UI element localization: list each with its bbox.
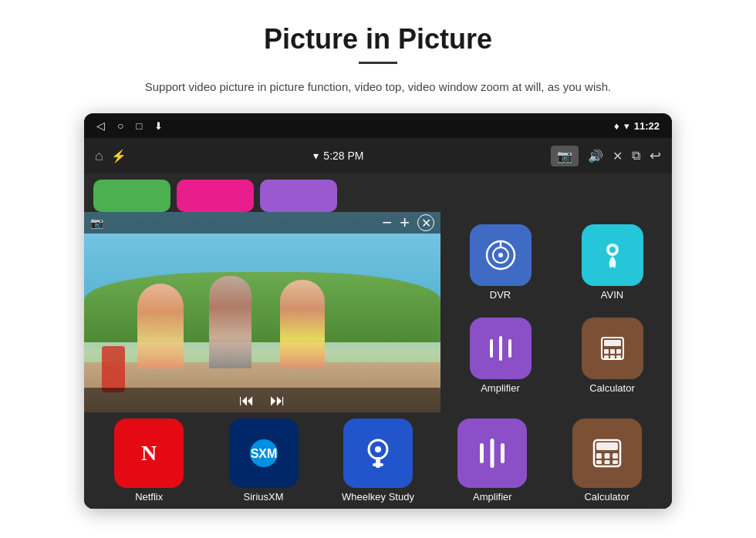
app-grid-right: DVR AVIN: [440, 212, 672, 412]
app-item-amplifier[interactable]: Amplifier: [447, 311, 554, 400]
app-item-calculator[interactable]: Calculator: [559, 311, 666, 400]
svg-rect-6: [490, 339, 493, 358]
svg-rect-32: [604, 460, 609, 464]
status-time: 11:22: [634, 120, 660, 132]
app-bar: ⌂ ⚡ ▾ 5:28 PM 📷 🔊 ✕ ⧉ ↩: [84, 138, 672, 173]
svg-rect-8: [508, 339, 511, 358]
app-bar-left: ⌂ ⚡: [95, 148, 127, 164]
svg-rect-33: [613, 460, 618, 464]
pip-close-btn[interactable]: ✕: [417, 214, 434, 231]
pip-icon[interactable]: ⧉: [632, 149, 640, 163]
svg-point-2: [498, 253, 503, 257]
bottom-siriusxm[interactable]: SXM SiriusXM: [214, 419, 314, 503]
netflix-label: Netflix: [135, 491, 163, 503]
bottom-amplifier[interactable]: Amplifier: [442, 419, 542, 503]
dvr-icon: [484, 239, 517, 271]
prev-track-btn[interactable]: ⏮: [239, 392, 255, 409]
partial-app-1: [93, 180, 170, 212]
usb-icon: ⚡: [111, 149, 127, 163]
amplifier-bottom-svg-icon: [473, 434, 511, 472]
dvr-icon-box: [470, 224, 532, 286]
svg-rect-29: [604, 453, 609, 459]
avin-label: AVIN: [601, 289, 623, 301]
siriusxm-label: SiriusXM: [244, 491, 284, 503]
avin-icon-box: [582, 224, 643, 286]
content-area: 📷 − + ✕ ⏮ ⏭: [84, 212, 672, 412]
app-bar-right: 📷 🔊 ✕ ⧉ ↩: [551, 146, 661, 166]
svg-rect-27: [596, 442, 618, 450]
svg-text:SXM: SXM: [250, 447, 277, 460]
svg-rect-11: [604, 349, 609, 354]
app-item-avin[interactable]: AVIN: [559, 218, 666, 307]
main-content: 📷 − + ✕ ⏮ ⏭: [84, 173, 672, 509]
wifi-status-icon: ▾: [624, 120, 629, 132]
calculator-icon: [596, 331, 629, 365]
home-nav-icon[interactable]: ○: [117, 119, 123, 132]
pip-camera-icon: 📷: [90, 217, 103, 229]
netflix-icon: N: [114, 419, 184, 488]
wheelkey-svg-icon: [359, 434, 397, 472]
avin-icon: [596, 239, 629, 271]
svg-point-5: [609, 247, 616, 253]
dvr-label: DVR: [490, 289, 511, 301]
pip-bottom-bar: ⏮ ⏭: [84, 388, 440, 412]
svg-rect-13: [616, 349, 621, 354]
calculator-bottom-svg-icon: [588, 434, 626, 472]
amplifier-bottom-icon: [457, 419, 527, 488]
app-bar-center: ▾ 5:28 PM: [313, 150, 363, 162]
amplifier-label: Amplifier: [481, 382, 520, 394]
amplifier-icon: [484, 331, 518, 365]
pip-video-container: 📷 − + ✕ ⏮ ⏭: [84, 212, 440, 412]
bottom-app-row: N Netflix SXM SiriusXM: [84, 412, 672, 509]
svg-rect-16: [616, 355, 621, 358]
svg-rect-12: [610, 349, 615, 354]
svg-rect-22: [373, 463, 383, 466]
pip-controls[interactable]: − + ✕: [382, 214, 434, 231]
svg-rect-7: [499, 336, 502, 361]
back-nav-icon[interactable]: ◁: [96, 119, 105, 132]
bottom-netflix[interactable]: N Netflix: [99, 419, 199, 503]
calculator-label: Calculator: [589, 382, 635, 394]
siriusxm-svg-icon: SXM: [245, 434, 283, 472]
calculator-icon-box: [582, 318, 643, 379]
pip-video[interactable]: 📷 − + ✕ ⏮ ⏭: [84, 212, 440, 412]
amplifier-icon-box: [470, 318, 532, 379]
next-track-btn[interactable]: ⏭: [270, 392, 285, 409]
svg-rect-14: [604, 355, 609, 358]
volume-icon[interactable]: 🔊: [588, 149, 603, 163]
home-icon[interactable]: ⌂: [95, 148, 103, 164]
wifi-bar-icon: ▾: [313, 150, 319, 162]
page-title: Picture in Picture: [264, 23, 492, 55]
bottom-calculator[interactable]: Calculator: [557, 419, 657, 503]
undo-icon[interactable]: ↩: [650, 147, 661, 164]
video-scene: [84, 212, 440, 412]
close-bar-icon[interactable]: ✕: [613, 149, 623, 163]
calculator-bottom-icon: [572, 419, 642, 488]
svg-rect-23: [480, 443, 484, 463]
camera-bar-icon[interactable]: 📷: [551, 146, 579, 166]
calculator-bottom-label: Calculator: [584, 491, 629, 503]
status-bar: ◁ ○ □ ⬇ ♦ ▾ 11:22: [84, 113, 672, 138]
top-partial-apps: [84, 173, 672, 212]
app-item-dvr[interactable]: DVR: [447, 218, 554, 307]
partial-app-2: [177, 180, 254, 212]
svg-rect-10: [604, 340, 621, 346]
svg-rect-25: [501, 443, 505, 463]
title-divider: [359, 62, 397, 64]
svg-rect-15: [610, 355, 615, 358]
svg-rect-31: [596, 460, 602, 464]
pip-minimize-btn[interactable]: −: [382, 214, 392, 231]
location-icon: ♦: [614, 120, 619, 132]
svg-rect-30: [613, 453, 618, 459]
status-bar-system: ♦ ▾ 11:22: [614, 120, 660, 132]
bottom-wheelkey[interactable]: Wheelkey Study: [328, 419, 428, 503]
recent-nav-icon[interactable]: □: [136, 120, 142, 132]
download-icon: ⬇: [154, 120, 163, 132]
partial-app-3: [260, 180, 337, 212]
svg-rect-28: [596, 453, 602, 459]
svg-rect-24: [491, 439, 494, 468]
pip-expand-btn[interactable]: +: [400, 214, 410, 231]
amplifier-bottom-label: Amplifier: [473, 491, 512, 503]
wheelkey-icon: [343, 419, 413, 488]
status-bar-nav: ◁ ○ □ ⬇: [96, 119, 163, 132]
